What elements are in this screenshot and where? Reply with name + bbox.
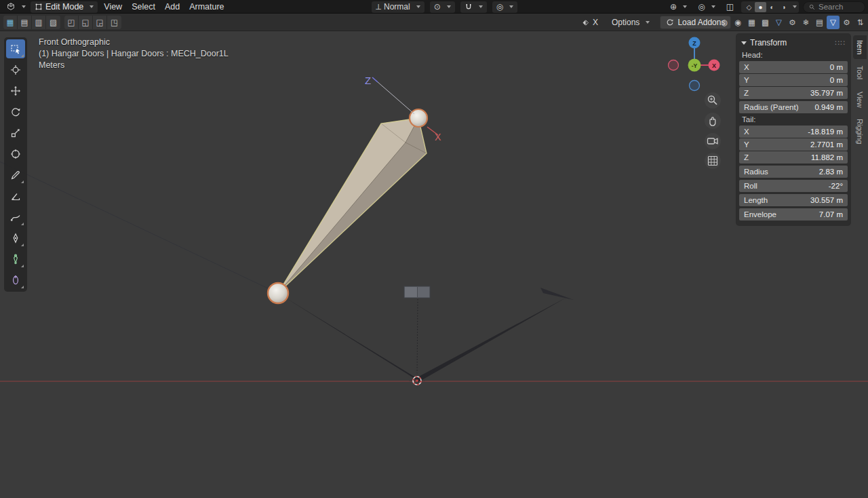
texture-icon[interactable]: ▩ (759, 16, 772, 29)
grid-pattern-icon-8[interactable]: ◳ (107, 16, 121, 29)
chevron-down-icon (509, 5, 513, 8)
chevron-down-icon (793, 5, 797, 8)
sidebar-tab-view[interactable]: View (853, 87, 867, 113)
tool-settings-bar: ▦ ▤ ▥ ▧ ◰ ◱ ◲ ◳ X Options (0, 14, 868, 31)
layers-icon[interactable]: ▦ (745, 16, 758, 29)
tool-transform[interactable] (6, 145, 25, 164)
tool-scale[interactable] (6, 123, 25, 142)
wire-bone-left[interactable] (280, 294, 419, 381)
menu-select[interactable]: Select (127, 2, 160, 12)
navigation-gizmo[interactable]: Z X -Y (669, 37, 720, 91)
tool-extrude-bone[interactable] (6, 250, 25, 269)
mode-dropdown[interactable]: Edit Mode (31, 1, 98, 13)
grid-icon[interactable]: ▤ (813, 16, 826, 29)
menu-view[interactable]: View (99, 2, 127, 12)
snap-toggle[interactable] (460, 1, 487, 13)
show-overlays-dropdown[interactable]: ◎ (694, 0, 718, 14)
field-head-z[interactable]: Z 35.797 m (739, 87, 848, 99)
chevron-down-icon (683, 5, 687, 8)
bone-MECH_Door1L[interactable] (268, 109, 427, 303)
field-value: 0.949 m (814, 103, 843, 111)
zoom-button[interactable] (705, 92, 721, 109)
tool-pen[interactable] (6, 229, 25, 248)
parent-relation-line (0, 160, 279, 294)
filter-icon[interactable]: ▽ (772, 16, 785, 29)
field-roll[interactable]: Roll -22° (739, 180, 848, 192)
drag-dots-icon: ∷∷ (835, 39, 846, 47)
proportional-editing-dropdown[interactable]: ◎ (492, 1, 517, 13)
viewport-editor-icon (6, 2, 16, 12)
tool-annotate[interactable] (6, 166, 25, 185)
field-head-radius[interactable]: Radius (Parent) 0.949 m (739, 101, 848, 113)
shading-solid-button[interactable]: ● (755, 2, 766, 12)
grid-pattern-icon-5[interactable]: ◰ (64, 16, 79, 29)
topbar-menus: View Select Add Armature (99, 2, 229, 12)
grid-pattern-icon-1[interactable]: ▦ (3, 16, 18, 29)
tool-measure[interactable] (6, 187, 25, 206)
orientation-dropdown[interactable]: ⟂ Normal (372, 1, 425, 13)
grid-pattern-icon-2[interactable]: ▤ (18, 16, 32, 29)
camera-view-button[interactable] (705, 133, 721, 149)
grid-pattern-icon-3[interactable]: ▥ (32, 16, 46, 29)
xray-toggle-icon: ◫ (726, 3, 734, 11)
field-envelope[interactable]: Envelope 7.07 m (739, 208, 848, 221)
chevron-down-icon (90, 5, 94, 8)
show-gizmo-dropdown[interactable]: ⊕ (667, 0, 690, 14)
field-head-x[interactable]: X 0 m (739, 61, 848, 73)
xray-toggle[interactable]: ◫ (723, 0, 737, 14)
shading-material-button[interactable]: ◐ (766, 2, 778, 12)
shading-wireframe-icon: ◇ (747, 3, 752, 11)
wire-bone-small[interactable] (540, 288, 574, 300)
tool-rotate[interactable] (6, 102, 25, 121)
field-tail-x[interactable]: X -18.819 m (739, 126, 848, 138)
sidebar-tab-tool[interactable]: Tool (853, 61, 867, 84)
filter-active-icon[interactable]: ▽ (827, 16, 840, 29)
render-icon[interactable]: ◍ (718, 16, 731, 29)
tool-bone-envelope[interactable] (6, 271, 25, 290)
tool-draw-curve[interactable] (6, 208, 25, 227)
chevron-down-icon (447, 5, 451, 8)
options-dropdown[interactable]: Options (608, 16, 653, 29)
settings-gear-icon[interactable]: ⚙ (840, 16, 853, 29)
menu-armature[interactable]: Armature (184, 2, 229, 12)
sliders-icon[interactable]: ⇅ (854, 16, 867, 29)
field-label: Length (744, 196, 768, 204)
sidebar-tab-item[interactable]: Item (853, 35, 867, 59)
tool-cursor[interactable] (6, 60, 25, 79)
tool-move[interactable] (6, 81, 25, 100)
gizmo-neg-x-ball[interactable] (669, 60, 679, 71)
perspective-toggle-button[interactable] (705, 153, 721, 169)
field-length[interactable]: Length 30.557 m (739, 194, 848, 206)
pan-button[interactable] (705, 113, 721, 129)
field-head-y[interactable]: Y 0 m (739, 74, 848, 86)
gear-icon[interactable]: ⚙ (786, 16, 799, 29)
snowflake-icon[interactable]: ❄ (800, 16, 812, 29)
field-tail-radius[interactable]: Radius 2.83 m (739, 166, 848, 178)
viewport-3d[interactable]: Z X Z X -Y (0, 31, 868, 498)
field-tail-y[interactable]: Y 2.7701 m (739, 138, 848, 151)
shading-wireframe-button[interactable]: ◇ (743, 2, 755, 12)
mirror-x-toggle[interactable]: X (578, 16, 601, 29)
menu-add[interactable]: Add (160, 2, 184, 12)
wire-bone-right[interactable] (415, 297, 567, 382)
bone-widget-box[interactable] (404, 286, 430, 298)
tool-select-box[interactable] (6, 39, 25, 58)
search-input[interactable] (818, 3, 859, 11)
search-box[interactable] (803, 1, 865, 13)
grid-pattern-icon-6[interactable]: ◱ (79, 16, 93, 29)
gizmo-neg-z-ball[interactable] (690, 81, 700, 91)
grid-pattern-icon-7[interactable]: ◲ (93, 16, 107, 29)
shading-mode-group: ◇ ● ◐ ◑ (741, 1, 799, 13)
pivot-dropdown[interactable]: ⊙ (430, 1, 455, 13)
sidebar-tab-rigging[interactable]: Rigging (853, 114, 867, 149)
editor-type-button[interactable] (3, 0, 29, 14)
bone-tail-joint[interactable] (268, 283, 288, 303)
panel-header[interactable]: Transform ∷∷ (739, 36, 848, 50)
x-axis-annotation: X (427, 127, 441, 142)
header-icon-group-2: ◰ ◱ ◲ ◳ (64, 16, 121, 29)
field-tail-z[interactable]: Z 11.882 m (739, 151, 848, 164)
topbar-center: ⟂ Normal ⊙ ◎ (372, 0, 517, 14)
shading-rendered-button[interactable]: ◑ (778, 2, 789, 12)
scene-icon[interactable]: ◉ (732, 16, 745, 29)
grid-pattern-icon-4[interactable]: ▧ (46, 16, 60, 29)
